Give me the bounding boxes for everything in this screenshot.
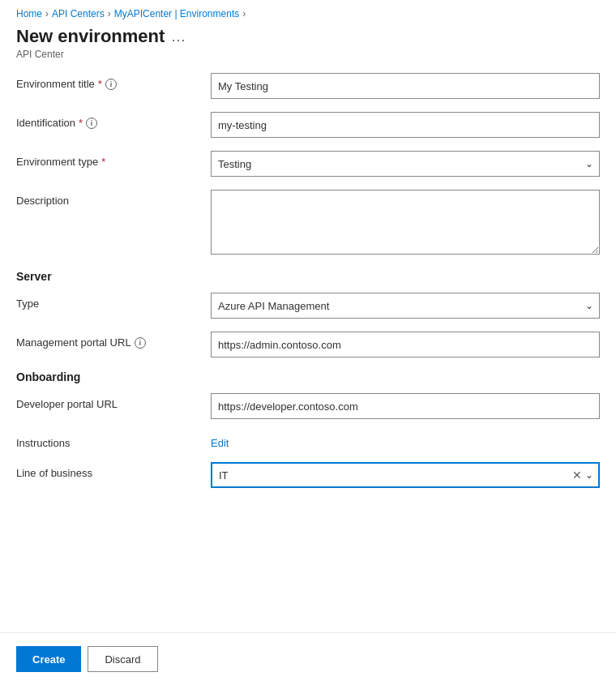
env-type-control: Testing Production Staging Development ⌄: [211, 151, 600, 177]
description-control: [211, 190, 600, 257]
lob-label: Line of business: [16, 462, 211, 479]
dev-portal-input[interactable]: [211, 393, 600, 419]
identification-row: Identification * i: [16, 112, 600, 138]
lob-input-wrapper[interactable]: IT ✕ ⌄: [211, 462, 600, 488]
identification-control: [211, 112, 600, 138]
server-section-header: Server: [16, 270, 600, 283]
more-options-icon[interactable]: ...: [171, 28, 186, 45]
instructions-label: Instructions: [16, 432, 211, 449]
env-title-row: Environment title * i: [16, 73, 600, 99]
onboarding-section-header: Onboarding: [16, 370, 600, 383]
identification-label: Identification * i: [16, 112, 211, 129]
identification-input[interactable]: [211, 112, 600, 138]
lob-icons: ✕ ⌄: [572, 469, 598, 481]
page-subtitle: API Center: [0, 47, 616, 73]
breadcrumb-sep-1: ›: [45, 8, 49, 19]
env-type-select-wrapper: Testing Production Staging Development ⌄: [211, 151, 600, 177]
create-button[interactable]: Create: [16, 646, 81, 672]
server-type-select[interactable]: Azure API Management Other: [211, 293, 600, 319]
lob-chevron-down-icon[interactable]: ⌄: [585, 469, 593, 481]
lob-control: IT ✕ ⌄: [211, 462, 600, 488]
breadcrumb-sep-2: ›: [108, 8, 111, 19]
lob-row: Line of business IT ✕ ⌄: [16, 462, 600, 488]
env-title-input[interactable]: [211, 73, 600, 99]
env-title-info-icon[interactable]: i: [105, 79, 117, 90]
mgmt-url-control: [211, 332, 600, 357]
mgmt-url-input[interactable]: [211, 332, 600, 357]
mgmt-url-label: Management portal URL i: [16, 332, 211, 349]
server-type-select-wrapper: Azure API Management Other ⌄: [211, 293, 600, 319]
server-type-label: Type: [16, 293, 211, 310]
instructions-edit-link[interactable]: Edit: [211, 432, 229, 449]
mgmt-url-info-icon[interactable]: i: [135, 337, 146, 349]
breadcrumb-sep-3: ›: [242, 8, 246, 19]
lob-value: IT: [212, 469, 572, 482]
instructions-control: Edit: [211, 432, 600, 449]
env-title-required: *: [98, 78, 102, 90]
dev-portal-label: Developer portal URL: [16, 393, 211, 410]
instructions-row: Instructions Edit: [16, 432, 600, 449]
identification-required: *: [79, 117, 83, 129]
dev-portal-row: Developer portal URL: [16, 393, 600, 419]
env-type-row: Environment type * Testing Production St…: [16, 151, 600, 177]
footer: Create Discard: [0, 632, 616, 685]
server-type-row: Type Azure API Management Other ⌄: [16, 293, 600, 319]
discard-button[interactable]: Discard: [88, 646, 157, 672]
page-title: New environment: [16, 26, 165, 47]
page-header: New environment ...: [0, 23, 616, 47]
main-content: Environment title * i Identification * i…: [0, 73, 616, 632]
env-type-select[interactable]: Testing Production Staging Development: [211, 151, 600, 177]
server-type-control: Azure API Management Other ⌄: [211, 293, 600, 319]
breadcrumb-home[interactable]: Home: [16, 8, 42, 19]
lob-clear-icon[interactable]: ✕: [572, 469, 582, 481]
identification-info-icon[interactable]: i: [86, 118, 97, 129]
env-title-label: Environment title * i: [16, 73, 211, 90]
breadcrumb-environments[interactable]: MyAPICenter | Environments: [114, 8, 240, 19]
breadcrumb: Home › API Centers › MyAPICenter | Envir…: [0, 0, 616, 23]
description-row: Description: [16, 190, 600, 257]
env-title-control: [211, 73, 600, 99]
description-label: Description: [16, 190, 211, 207]
description-textarea[interactable]: [211, 190, 600, 255]
env-type-required: *: [101, 156, 105, 168]
env-type-label: Environment type *: [16, 151, 211, 168]
mgmt-url-row: Management portal URL i: [16, 332, 600, 357]
breadcrumb-api-centers[interactable]: API Centers: [52, 8, 105, 19]
dev-portal-control: [211, 393, 600, 419]
